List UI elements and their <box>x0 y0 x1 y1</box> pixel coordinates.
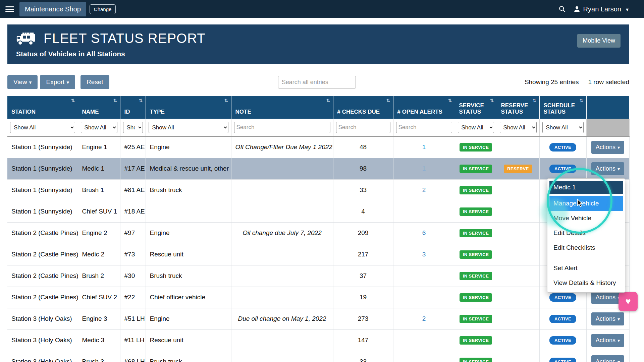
open-alerts-link[interactable]: 2 <box>422 186 426 193</box>
open-alerts-filter-input[interactable] <box>396 122 452 133</box>
cell-type <box>146 201 231 222</box>
menu-item-manage-vehicle[interactable]: Manage Vehicle <box>549 196 623 211</box>
menu-item-view-details-history[interactable]: View Details & History <box>549 276 623 290</box>
table-row[interactable]: Station 3 (Holy Oaks) Medic 3 #11 LH Res… <box>7 329 629 351</box>
cell-reserve-status <box>497 351 539 362</box>
service-status-badge: IN SERVICE <box>460 207 492 216</box>
open-alerts-link[interactable]: 2 <box>422 315 426 322</box>
row-actions-button[interactable]: Actions <box>591 355 624 362</box>
view-dropdown-button[interactable]: View <box>7 75 38 89</box>
cell-checks-due: 273 <box>333 308 393 329</box>
shop-context-label[interactable]: Maintenance Shop <box>19 2 86 16</box>
table-row[interactable]: Station 1 (Sunnyside) Brush 1 #81 AE Bru… <box>7 179 629 201</box>
mobile-view-button[interactable]: Mobile View <box>577 34 621 48</box>
cell-open-alerts: 2 <box>393 179 455 201</box>
type-filter-select[interactable]: Show All <box>149 122 228 133</box>
column-header-checks-due[interactable]: # CHECKS DUE⇅ <box>333 96 393 119</box>
table-row[interactable]: Station 1 (Sunnyside) Engine 1 #25 AE En… <box>7 136 629 158</box>
cell-open-alerts: 2 <box>393 308 455 329</box>
sort-icon: ⇅ <box>448 98 452 103</box>
cell-open-alerts: 3 <box>393 244 455 265</box>
table-row[interactable]: Station 2 (Castle Pines) Engine 2 #97 En… <box>7 222 629 244</box>
table-row[interactable]: Station 1 (Sunnyside) Chief SUV 1 #18 AE… <box>7 201 629 222</box>
change-shop-button[interactable]: Change <box>90 4 116 14</box>
feedback-button[interactable]: ♥ <box>619 292 638 311</box>
cell-station: Station 2 (Castle Pines) <box>7 244 78 265</box>
table-row[interactable]: Station 2 (Castle Pines) Medic 2 #73 Res… <box>7 244 629 265</box>
table-row[interactable]: Station 2 (Castle Pines) Brush 2 #30 Bru… <box>7 265 629 287</box>
column-header-service-status[interactable]: SERVICE STATUS⇅ <box>455 96 497 119</box>
cell-type: Brush truck <box>146 351 231 362</box>
cell-id: #18 AE <box>120 201 146 222</box>
table-row[interactable]: Station 2 (Castle Pines) Chief SUV 2 #22… <box>7 287 629 308</box>
cell-type: Brush truck <box>146 265 231 287</box>
cell-note <box>231 179 333 201</box>
fire-truck-icon <box>16 31 36 46</box>
column-header-station[interactable]: STATION⇅ <box>7 96 78 119</box>
column-header-schedule-status[interactable]: SCHEDULE STATUS⇅ <box>539 96 586 119</box>
user-menu[interactable]: Ryan Larson <box>573 5 629 13</box>
export-dropdown-button[interactable]: Export <box>40 75 75 89</box>
hamburger-menu-icon[interactable] <box>5 6 14 12</box>
open-alerts-link[interactable]: 1 <box>422 143 426 150</box>
menu-title: Medic 1 <box>549 181 623 194</box>
table-row[interactable]: Station 3 (Holy Oaks) Engine 3 #51 LH En… <box>7 308 629 329</box>
column-header-id[interactable]: ID⇅ <box>120 96 146 119</box>
sort-icon: ⇅ <box>139 98 143 103</box>
reserve-status-filter-select[interactable]: Show All <box>500 122 537 133</box>
menu-item-edit-checklists[interactable]: Edit Checklists <box>549 240 623 255</box>
sort-icon: ⇅ <box>224 98 228 103</box>
column-header-type[interactable]: TYPE⇅ <box>146 96 231 119</box>
reset-button[interactable]: Reset <box>80 75 109 89</box>
name-filter-select[interactable]: Show All <box>81 122 117 133</box>
column-header-name[interactable]: NAME⇅ <box>78 96 120 119</box>
open-alerts-link[interactable]: 3 <box>422 251 426 258</box>
checks-due-filter-input[interactable] <box>336 122 390 133</box>
open-alerts-link[interactable]: 6 <box>422 229 426 236</box>
row-actions-button[interactable]: Actions <box>591 334 624 347</box>
user-name: Ryan Larson <box>583 5 621 13</box>
cell-schedule-status: ACTIVE <box>539 158 586 179</box>
cell-open-alerts: 1 <box>393 136 455 158</box>
cell-note: Oil change due July 7, 2022 <box>231 222 333 244</box>
table-row[interactable]: Station 3 (Holy Oaks) Brush 3 #68 LH Bru… <box>7 351 629 362</box>
sort-icon: ⇅ <box>533 98 537 103</box>
cell-name: Engine 2 <box>78 222 120 244</box>
id-filter-select[interactable]: Show All <box>123 122 143 133</box>
schedule-status-filter-select[interactable]: Show All <box>542 122 584 133</box>
entries-count-text: Showing 25 entries <box>525 78 579 86</box>
cell-id: #97 <box>120 222 146 244</box>
table-row[interactable]: Station 1 (Sunnyside) Medic 1 #17 AE Med… <box>7 158 629 179</box>
cell-checks-due: 33 <box>333 351 393 362</box>
cell-note <box>231 158 333 179</box>
actions-label: Actions <box>596 165 615 172</box>
row-actions-button[interactable]: Actions <box>591 312 624 325</box>
note-filter-input[interactable] <box>234 122 330 133</box>
menu-item-edit-details[interactable]: Edit Details <box>549 226 623 240</box>
column-header-open-alerts[interactable]: # OPEN ALERTS⇅ <box>393 96 455 119</box>
caret-down-icon <box>615 315 620 322</box>
open-alerts-link[interactable]: 1 <box>422 165 426 172</box>
service-status-badge: IN SERVICE <box>460 315 492 323</box>
service-status-filter-select[interactable]: Show All <box>458 122 494 133</box>
row-actions-button[interactable]: Actions <box>591 141 624 154</box>
schedule-status-badge: ACTIVE <box>549 336 576 345</box>
menu-item-move-vehicle[interactable]: Move Vehicle <box>549 211 623 226</box>
search-icon[interactable] <box>558 5 566 13</box>
schedule-status-badge: ACTIVE <box>549 293 576 302</box>
cell-checks-due: 19 <box>333 287 393 308</box>
search-all-input[interactable] <box>278 76 356 88</box>
station-filter-select[interactable]: Show All <box>10 122 75 133</box>
cell-checks-due: 33 <box>333 179 393 201</box>
schedule-status-badge: ACTIVE <box>549 143 576 152</box>
cell-checks-due: 147 <box>333 329 393 351</box>
row-actions-button[interactable]: Actions <box>591 162 624 175</box>
column-header-note[interactable]: NOTE⇅ <box>231 96 333 119</box>
column-header-reserve-status[interactable]: RESERVE STATUS⇅ <box>497 96 539 119</box>
cell-id: #11 LH <box>120 329 146 351</box>
sort-icon: ⇅ <box>580 98 584 103</box>
menu-item-set-alert[interactable]: Set Alert <box>549 261 623 276</box>
cell-type: Brush truck <box>146 179 231 201</box>
cell-open-alerts <box>393 329 455 351</box>
service-status-badge: IN SERVICE <box>460 229 492 237</box>
